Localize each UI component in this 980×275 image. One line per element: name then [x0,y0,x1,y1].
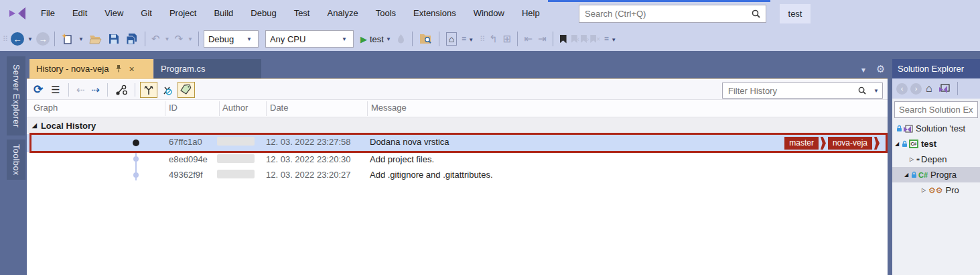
tree-item-solution[interactable]: Solution 'test [892,121,980,136]
commit-row[interactable]: 49362f9f 12. 03. 2022 23:20:27 Add .giti… [27,168,888,183]
dock-splitter[interactable] [888,51,892,275]
toggle-bookmark-icon[interactable] [560,35,567,44]
toolbar-drag-handle[interactable]: ⠿ [480,35,484,44]
collapse-triangle-icon[interactable]: ◢ [32,122,37,129]
pin-icon[interactable] [115,65,122,72]
tab-strip-gear-icon[interactable]: ⚙ [876,63,885,75]
column-author[interactable]: Author [222,103,248,113]
tree-item-project-test[interactable]: ◢ C# test [892,136,980,152]
next-bookmark-icon[interactable] [581,35,587,43]
commit-row[interactable]: e8ed094e 12. 03. 2022 23:20:30 Add proje… [27,152,888,168]
sidebar-tab-server-explorer[interactable]: Server Explorer [7,56,25,135]
close-icon[interactable]: × [129,64,134,74]
tree-item-dependencies[interactable]: ▷ ▪▪ Depen [892,152,980,167]
tree-item-program-cs[interactable]: ◢ C# Progra [892,167,980,182]
menu-analyze[interactable]: Analyze [318,4,366,23]
tree-label: test [921,139,936,149]
undo-button[interactable]: ↶ [151,33,160,45]
column-date[interactable]: Date [270,103,288,113]
menu-edit[interactable]: Edit [64,4,96,23]
menu-help[interactable]: Help [513,4,549,23]
collapsed-triangle-icon[interactable]: ▷ [922,187,928,193]
solution-search-input[interactable] [895,105,977,115]
toolbar-options-button[interactable]: =▼ [462,34,476,44]
column-id[interactable]: ID [169,103,178,113]
commit-row-selected[interactable]: 67ffc1a0 12. 03. 2022 23:27:58 Dodana no… [27,134,888,152]
filter-history-input[interactable] [723,86,858,96]
sidebar-tab-toolbox[interactable]: Toolbox [7,140,25,180]
open-file-button[interactable] [89,34,102,44]
commit-message: Dodana nova vrstica [370,137,449,147]
switch-views-icon[interactable] [938,84,950,94]
local-history-group-header[interactable]: ◢ Local History [27,117,888,133]
menu-extensions[interactable]: Extensions [405,4,465,23]
redo-button[interactable]: ↷ [174,33,183,45]
run-target-label[interactable]: test [370,34,384,44]
copy-parent-gray-icon[interactable]: ⊞ [503,33,512,45]
show-tags-toggle[interactable] [178,82,195,98]
home-icon[interactable]: ⌂ [926,82,932,95]
clear-bookmarks-icon[interactable] [590,35,596,43]
expanded-triangle-icon[interactable]: ◢ [904,172,911,178]
filter-dropdown-icon[interactable]: ▼ [873,88,879,94]
navigate-back-button[interactable]: ← [11,32,24,46]
commit-graph-icon[interactable] [115,85,127,95]
menu-file[interactable]: File [32,4,64,23]
navigate-forward-button[interactable]: → [36,32,50,46]
new-project-button[interactable] [62,34,73,45]
save-all-button[interactable] [126,34,138,44]
menu-view[interactable]: View [96,4,132,23]
toolbar-drag-handle[interactable]: ⠿ [3,35,7,44]
expanded-triangle-icon[interactable]: ◢ [895,141,902,147]
navigate-back-dropdown-icon[interactable]: ▼ [27,36,33,42]
solution-search-box[interactable] [894,101,978,118]
redo-dropdown-icon[interactable]: ▼ [188,36,193,42]
go-to-previous-icon[interactable]: ⇠ [76,84,85,96]
back-icon[interactable]: ‹ [896,83,908,95]
start-debug-icon[interactable]: ▶ [360,34,367,44]
menu-test[interactable]: Test [285,4,319,23]
show-remote-branches-toggle[interactable] [159,82,176,98]
tree-item-program-class[interactable]: ▷ ⚙⚙ Pro [892,182,980,198]
tab-history-nova-veja[interactable]: History - nova-veja × [29,59,153,78]
menu-build[interactable]: Build [205,4,242,23]
column-graph[interactable]: Graph [33,103,58,113]
refresh-icon[interactable]: ⟳ [33,82,43,97]
quick-search[interactable] [579,5,766,23]
commit-date: 12. 03. 2022 23:27:58 [266,137,351,147]
navigate-backward-gray-icon[interactable]: ↰ [489,33,498,45]
column-message[interactable]: Message [371,103,407,113]
hot-reload-icon[interactable] [397,34,405,44]
find-in-files-button[interactable] [419,34,432,44]
branch-badge-master[interactable]: master [784,137,819,150]
menu-project[interactable]: Project [161,4,205,23]
forward-icon[interactable]: › [910,83,922,95]
collapsed-triangle-icon[interactable]: ▷ [910,156,916,162]
menu-window[interactable]: Window [465,4,513,23]
run-target-dropdown-icon[interactable]: ▼ [386,36,391,42]
previous-bookmark-icon[interactable] [571,35,577,43]
new-project-dropdown-icon[interactable]: ▼ [78,36,84,42]
platform-select[interactable]: Any CPU▼ [265,30,354,48]
save-button[interactable] [109,34,119,44]
account-button[interactable]: test [780,4,811,23]
toolbar-overflow-button[interactable]: =▼ [604,34,618,44]
undo-dropdown-icon[interactable]: ▼ [164,36,169,42]
show-branches-toggle[interactable] [140,82,157,98]
list-view-icon[interactable]: ☰ [51,84,60,96]
commit-message: Add .gitignore and .gitattributes. [370,170,493,180]
indent-icon[interactable]: ⇥ [538,33,547,45]
go-to-next-icon[interactable]: ⇢ [91,84,100,96]
tab-list-chevron-icon[interactable]: ▼ [860,66,867,74]
unindent-icon[interactable]: ⇤ [524,33,533,45]
quick-search-input[interactable] [579,9,752,19]
tab-program-cs[interactable]: Program.cs [154,59,261,78]
menu-git[interactable]: Git [132,4,161,23]
branch-badge-nova-veja[interactable]: nova-veja [828,137,872,150]
home-button[interactable]: ⌂ [446,32,457,46]
menu-debug[interactable]: Debug [242,4,285,23]
solution-explorer-title[interactable]: Solution Explorer [892,59,980,78]
filter-history-box[interactable]: ▼ [722,82,883,99]
configuration-select[interactable]: Debug▼ [204,30,259,48]
menu-tools[interactable]: Tools [367,4,405,23]
